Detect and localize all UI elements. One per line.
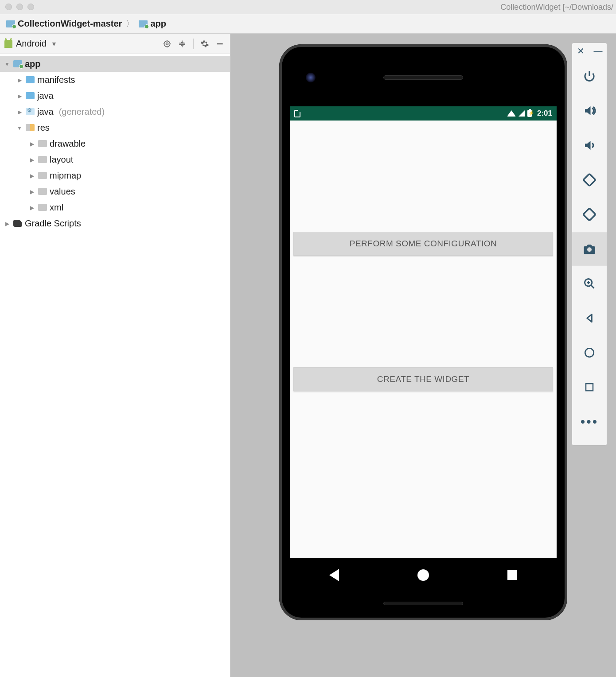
tree-node-manifests[interactable]: manifests [0,72,230,88]
module-icon [6,20,15,27]
minimize-panel-icon[interactable] [214,38,226,50]
tree-node-app[interactable]: app [0,56,230,72]
folder-icon [38,188,47,195]
expand-icon[interactable] [16,92,23,99]
gradle-icon [13,220,22,227]
module-icon [13,60,22,67]
folder-icon [38,140,47,147]
tree-node-res[interactable]: res [0,120,230,136]
rotate-right-icon[interactable] [572,197,607,232]
window-title: CollectionWidget [~/Downloads/ [500,3,613,12]
target-icon[interactable] [161,38,173,50]
sdcard-icon [294,110,300,117]
svg-point-6 [585,348,594,357]
tree-label: mipmap [50,171,81,181]
tree-label: xml [50,202,63,213]
folder-icon [26,92,35,99]
overview-icon[interactable] [572,370,607,405]
speaker-grille [383,75,463,80]
nav-back-icon[interactable] [329,569,339,581]
expand-icon[interactable] [28,172,35,179]
status-bar: 2:01 [290,106,557,121]
expand-icon[interactable] [28,204,35,211]
minimize-window-icon[interactable] [16,4,23,10]
cellular-icon [519,110,525,117]
device-frame: 2:01 PERFORM SOME CONFIGURATION CREATE T… [279,44,567,620]
collapse-icon[interactable] [176,38,188,50]
tree-label: manifests [37,75,75,85]
configure-button[interactable]: PERFORM SOME CONFIGURATION [293,232,553,256]
app-content: PERFORM SOME CONFIGURATION CREATE THE WI… [290,121,557,558]
breadcrumb-separator-icon: 〉 [125,17,135,31]
tree-label: values [50,187,75,197]
tree-node-gradle-scripts[interactable]: Gradle Scripts [0,215,230,231]
nav-recent-icon[interactable] [507,570,517,580]
folder-icon [38,204,47,211]
project-view-header: Android ▼ [0,34,230,54]
close-emulator-icon[interactable]: ✕ [572,42,589,60]
create-widget-button[interactable]: CREATE THE WIDGET [293,367,553,391]
tree-node-values[interactable]: values [0,183,230,199]
emulator-toolbar: ✕ — [572,43,607,446]
folder-icon [38,156,47,163]
svg-rect-3 [583,208,596,221]
volume-down-icon[interactable] [572,128,607,163]
tree-node-drawable[interactable]: drawable [0,136,230,152]
tree-node-mipmap[interactable]: mipmap [0,167,230,183]
tree-label: java [37,91,54,101]
device-screen[interactable]: 2:01 PERFORM SOME CONFIGURATION CREATE T… [290,106,557,558]
tree-label-suffix: (generated) [59,107,105,117]
breadcrumb-module-label: app [150,19,166,29]
tree-label: Gradle Scripts [25,218,81,229]
breadcrumb-root-label: CollectionWidget-master [18,19,122,29]
expand-icon[interactable] [28,140,35,147]
expand-icon[interactable] [28,156,35,163]
tree-node-layout[interactable]: layout [0,152,230,167]
screenshot-icon[interactable] [572,232,607,266]
chin-grille [383,602,463,605]
res-folder-icon [26,124,35,131]
traffic-lights [5,4,34,10]
more-icon[interactable]: ••• [572,405,607,439]
gear-icon[interactable] [199,38,211,50]
dropdown-icon[interactable]: ▼ [51,40,57,47]
close-window-icon[interactable] [5,4,12,10]
project-tree[interactable]: app manifests java java (generated) [0,54,230,677]
tree-node-xml[interactable]: xml [0,199,230,215]
back-icon[interactable] [572,301,607,335]
emulator-stage: 2:01 PERFORM SOME CONFIGURATION CREATE T… [230,34,616,677]
android-navbar [290,561,557,589]
expand-icon[interactable] [16,124,23,131]
toolbar-separator [193,39,194,49]
tree-node-java[interactable]: java [0,88,230,104]
expand-icon[interactable] [16,108,23,115]
folder-icon [38,172,47,179]
generated-folder-icon [26,108,35,115]
tree-node-java-generated[interactable]: java (generated) [0,104,230,120]
breadcrumb-root[interactable]: CollectionWidget-master [6,19,122,29]
status-time: 2:01 [537,109,552,118]
power-icon[interactable] [572,59,607,93]
expand-icon[interactable] [28,188,35,195]
expand-icon[interactable] [4,220,11,227]
home-icon[interactable] [572,335,607,370]
module-icon [139,20,148,27]
svg-rect-7 [586,384,593,391]
breadcrumb-module[interactable]: app [139,19,166,29]
zoom-window-icon[interactable] [27,4,34,10]
project-view-label[interactable]: Android [16,39,47,49]
rotate-left-icon[interactable] [572,163,607,197]
nav-home-icon[interactable] [417,569,429,581]
svg-point-1 [166,43,168,45]
svg-point-4 [587,247,592,252]
tree-label: layout [50,155,73,165]
volume-up-icon[interactable] [572,93,607,128]
expand-icon[interactable] [16,76,23,83]
svg-rect-2 [583,174,596,186]
minimize-emulator-icon[interactable]: — [589,42,607,60]
zoom-icon[interactable] [572,266,607,301]
expand-icon[interactable] [4,60,11,67]
tree-label: res [37,123,50,133]
svg-point-0 [164,41,170,47]
tree-label: drawable [50,139,86,149]
